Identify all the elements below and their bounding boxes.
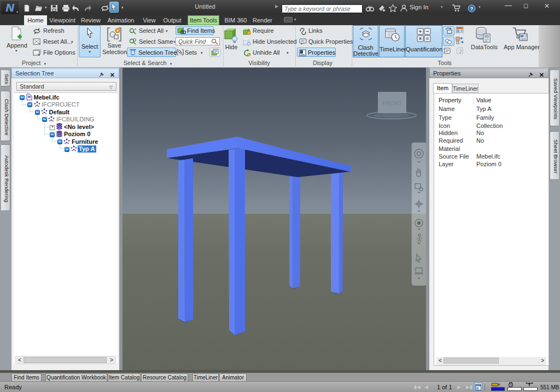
svg-text:A: A	[457, 37, 459, 40]
svg-text:FRONT: FRONT	[382, 100, 402, 107]
svg-text:?: ?	[470, 5, 474, 11]
